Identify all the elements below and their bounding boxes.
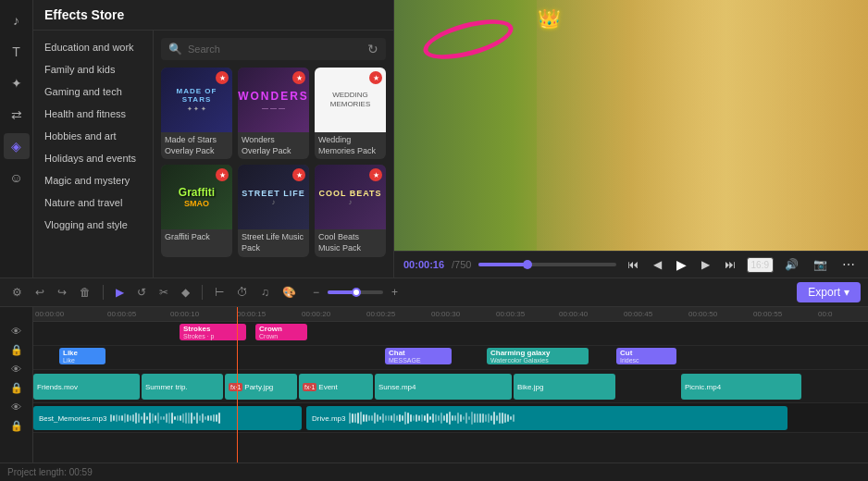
step-forward-button[interactable]: ▶	[698, 256, 713, 273]
like-effect[interactable]: Like Like	[59, 348, 105, 364]
export-chevron-icon: ▾	[844, 286, 849, 299]
more-options-button[interactable]: ⋯	[838, 255, 859, 274]
text-icon[interactable]: T	[4, 39, 30, 65]
export-button[interactable]: Export ▾	[797, 282, 861, 302]
time-current: 00:00:16	[403, 259, 444, 270]
progress-fill	[478, 263, 527, 266]
video-clip[interactable]: Sunse.mp4	[375, 374, 512, 400]
track-eye-icon[interactable]: 👁	[11, 326, 21, 337]
video-clip-fx[interactable]: fx·1Party.jpg	[225, 374, 297, 400]
aspect-ratio-button[interactable]: 16:9	[747, 257, 774, 273]
skip-forward-button[interactable]: ⏭	[721, 256, 739, 273]
effect-card-made-of-stars[interactable]: MADE OF STARS ✦ ✦ ✦ ★ Made of Stars Over…	[161, 68, 232, 159]
split-button[interactable]: ⊢	[210, 284, 229, 301]
effects-grid-area: 🔍 ↻ MADE OF STARS ✦ ✦ ✦	[154, 31, 393, 278]
overlay-icon[interactable]: ◈	[4, 133, 30, 159]
preview-area: 👑 00:00:16 /750 ⏮ ◀ ▶ ▶ ⏭ 16:9 🔊 📷 ⋯	[394, 0, 868, 278]
track-lock-icon2[interactable]: 🔒	[10, 382, 23, 394]
track-eye-icon3[interactable]: 👁	[11, 401, 21, 413]
cut-effect[interactable]: Cut Iridesc	[616, 348, 676, 364]
audio-button[interactable]: ♫	[256, 284, 274, 301]
timeline-toolbar: ⚙ ↩ ↪ 🗑 ▶ ↺ ✂ ◆ ⊢ ⏱ ♫ 🎨 − + Expor	[0, 278, 868, 307]
stickers-icon[interactable]: ☺	[4, 165, 30, 191]
trim-button[interactable]: ✂	[155, 284, 173, 301]
audio-clip-1[interactable]: Best_Memories.mp3 for(let i=0;i<40;i++){…	[33, 406, 302, 430]
project-length: Project length: 00:59	[0, 462, 868, 481]
progress-bar[interactable]	[478, 263, 615, 266]
category-item[interactable]: Holidays and events	[33, 147, 153, 169]
category-item[interactable]: Family and kids	[33, 58, 153, 80]
effect-card-graffiti[interactable]: Graffiti SMAO ★ Graffiti Pack	[161, 165, 232, 256]
categories-list: Education and work Family and kids Gamin…	[33, 31, 154, 278]
step-back-button[interactable]: ◀	[650, 256, 665, 273]
loop-button[interactable]: ↺	[132, 284, 151, 301]
toolbar-separator	[202, 285, 203, 300]
preview-video: 👑	[394, 0, 868, 251]
search-input[interactable]	[188, 43, 362, 55]
video-clip[interactable]: Friends.mov	[33, 374, 140, 400]
zoom-in-button[interactable]: +	[387, 284, 403, 301]
category-item[interactable]: Health and fitness	[33, 103, 153, 125]
timeline: ⚙ ↩ ↪ 🗑 ▶ ↺ ✂ ◆ ⊢ ⏱ ♫ 🎨 − + Expor	[0, 278, 868, 481]
effect-card-wedding[interactable]: WEDDINGMEMORIES ★ Wedding Memories Pack	[315, 68, 386, 159]
left-toolbar: ♪ T ✦ ⇄ ◈ ☺	[0, 0, 33, 278]
track-eye-icon2[interactable]: 👁	[11, 364, 21, 375]
premium-badge: ★	[216, 71, 229, 84]
category-item[interactable]: Vlogging and style	[33, 214, 153, 236]
premium-badge: ★	[369, 71, 382, 84]
timeline-tracks: 00:00:00 00:00:05 00:00:10 00:00:15 00:0…	[33, 307, 868, 462]
skip-back-button[interactable]: ⏮	[624, 256, 642, 273]
preview-controls: 00:00:16 /750 ⏮ ◀ ▶ ▶ ⏭ 16:9 🔊 📷 ⋯	[394, 251, 868, 278]
search-bar: 🔍 ↻	[161, 38, 386, 60]
transitions-icon[interactable]: ⇄	[4, 102, 30, 128]
music-icon[interactable]: ♪	[4, 7, 30, 33]
audio-clip-2[interactable]: Drive.mp3 for(let i=0;i<60;i++){document…	[306, 406, 787, 430]
time-total: /750	[452, 259, 471, 270]
chat-effect[interactable]: Chat MESSAGE	[385, 348, 452, 364]
effects-icon[interactable]: ✦	[4, 70, 30, 96]
video-clip-fx2[interactable]: fx·1Event	[299, 374, 373, 400]
toolbar-separator	[103, 285, 104, 300]
zoom-slider[interactable]	[328, 290, 383, 294]
effect-label: Graffiti Pack	[161, 229, 232, 246]
premium-badge: ★	[292, 71, 305, 84]
effects-track: Strokes Strokes · p Crown Crown	[33, 322, 868, 346]
category-item[interactable]: Magic and mystery	[33, 169, 153, 191]
refresh-icon[interactable]: ↻	[367, 42, 378, 56]
snapshot-button[interactable]: 📷	[810, 256, 831, 273]
effect-card-streetlife[interactable]: STREET LIFE ♪ ★ Street Life Music Pack	[238, 165, 309, 256]
effect-label: Street Life Music Pack	[238, 229, 309, 256]
effects-grid: MADE OF STARS ✦ ✦ ✦ ★ Made of Stars Over…	[161, 68, 386, 257]
play-timeline-button[interactable]: ▶	[111, 284, 129, 301]
effect-card-coolbeats[interactable]: COOL BEATS ♪ ★ Cool Beats Music Pack	[315, 165, 386, 256]
category-item[interactable]: Gaming and tech	[33, 80, 153, 103]
category-item[interactable]: Hobbies and art	[33, 125, 153, 147]
search-icon: 🔍	[168, 43, 182, 56]
zoom-out-button[interactable]: −	[308, 284, 324, 301]
crown-effect[interactable]: Crown Crown	[255, 324, 307, 340]
effects-store-title: Effects Store	[33, 0, 393, 31]
sticker-track: Like Like Chat MESSAGE Charming galaxy	[33, 346, 868, 370]
category-item[interactable]: Nature and travel	[33, 191, 153, 214]
charming-effect[interactable]: Charming galaxy Watercolor Galaxies	[487, 348, 589, 364]
redo-button[interactable]: ↪	[53, 284, 71, 301]
effects-store-panel: Effects Store Education and work Family …	[33, 0, 394, 278]
video-track: Friends.mov Summer trip. fx·1Party.jpg f…	[33, 370, 868, 403]
video-clip[interactable]: Picnic.mp4	[681, 374, 801, 400]
undo-button[interactable]: ↩	[31, 284, 49, 301]
stroke-effect[interactable]: Strokes Strokes · p	[180, 324, 246, 340]
track-lock-icon3[interactable]: 🔒	[10, 420, 23, 432]
marker-button[interactable]: ◆	[177, 284, 194, 301]
effect-card-wonders[interactable]: WONDERS — — — ★ Wonders Overlay Pack	[238, 68, 309, 159]
effect-label: Made of Stars Overlay Pack	[161, 132, 232, 159]
volume-button[interactable]: 🔊	[781, 256, 802, 273]
track-lock-icon[interactable]: 🔒	[10, 344, 23, 356]
speed-button[interactable]: ⏱	[232, 284, 253, 301]
color-button[interactable]: 🎨	[278, 284, 301, 301]
delete-button[interactable]: 🗑	[75, 284, 95, 301]
settings-button[interactable]: ⚙	[7, 284, 27, 301]
play-button[interactable]: ▶	[673, 255, 690, 274]
category-item[interactable]: Education and work	[33, 36, 153, 58]
video-clip[interactable]: Summer trip.	[142, 374, 223, 400]
video-clip[interactable]: Bike.jpg	[514, 374, 615, 400]
